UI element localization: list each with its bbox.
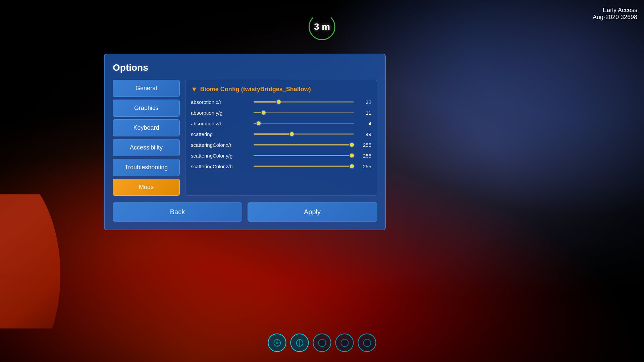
slider-label-absorption_z_b: absorption.z/b bbox=[191, 121, 250, 126]
slider-label-scattering: scattering bbox=[191, 131, 250, 137]
nav-btn-troubleshooting[interactable]: Troubleshooting bbox=[113, 159, 180, 176]
chevron-down-icon[interactable]: ▼ bbox=[191, 85, 198, 93]
slider-row-absorption_z_b: absorption.z/b4 bbox=[191, 120, 371, 127]
early-access-label: Early Access bbox=[593, 7, 637, 14]
slider-value-scattering_color_x_r: 255 bbox=[358, 142, 371, 148]
slider-value-absorption_z_b: 4 bbox=[358, 121, 371, 126]
slider-row-scattering_color_z_b: scatteringColor.z/b255 bbox=[191, 163, 371, 170]
nav-btn-graphics[interactable]: Graphics bbox=[113, 100, 180, 117]
slider-track-absorption_z_b[interactable] bbox=[254, 120, 354, 127]
hud-icon-item2[interactable] bbox=[335, 334, 354, 352]
slider-value-absorption_x_r: 32 bbox=[358, 99, 371, 105]
nav-btn-keyboard[interactable]: Keyboard bbox=[113, 119, 180, 136]
nav-btn-mods[interactable]: Mods bbox=[113, 179, 180, 196]
slider-label-absorption_y_g: absorption.y/g bbox=[191, 110, 250, 116]
slider-label-scattering_color_y_g: scatteringColor.y/g bbox=[191, 153, 250, 159]
hud-icon-scan[interactable] bbox=[290, 334, 309, 352]
slider-row-scattering_color_y_g: scatteringColor.y/g255 bbox=[191, 152, 371, 159]
slider-track-scattering_color_x_r[interactable] bbox=[254, 141, 354, 148]
slider-label-scattering_color_x_r: scatteringColor.x/r bbox=[191, 142, 250, 148]
svg-point-9 bbox=[341, 339, 348, 347]
options-body: GeneralGraphicsKeyboardAccessibilityTrou… bbox=[113, 80, 377, 196]
biome-config-header: ▼ Biome Config (twistyBridges_Shallow) bbox=[191, 85, 371, 93]
back-button[interactable]: Back bbox=[113, 202, 242, 222]
svg-point-1 bbox=[276, 342, 278, 344]
slider-track-scattering_color_y_g[interactable] bbox=[254, 152, 354, 159]
hud-bottom-icons bbox=[268, 334, 376, 352]
slider-track-absorption_y_g[interactable] bbox=[254, 109, 354, 116]
slider-value-scattering: 49 bbox=[358, 131, 371, 137]
svg-point-10 bbox=[363, 339, 371, 347]
slider-track-scattering[interactable] bbox=[254, 131, 354, 137]
slider-label-absorption_x_r: absorption.x/r bbox=[191, 99, 250, 105]
slider-row-absorption_x_r: absorption.x/r32 bbox=[191, 99, 371, 105]
slider-track-absorption_x_r[interactable] bbox=[254, 99, 354, 105]
options-title: Options bbox=[113, 62, 377, 73]
slider-row-scattering: scattering49 bbox=[191, 131, 371, 137]
hud-distance: 3 m bbox=[309, 13, 335, 40]
options-footer: Back Apply bbox=[113, 202, 377, 222]
options-content[interactable]: ▼ Biome Config (twistyBridges_Shallow) a… bbox=[185, 80, 377, 196]
slider-row-absorption_y_g: absorption.y/g11 bbox=[191, 109, 371, 116]
apply-button[interactable]: Apply bbox=[248, 202, 377, 222]
early-access-badge: Early Access Aug-2020 32698 bbox=[593, 7, 637, 21]
hud-icon-tool[interactable] bbox=[268, 334, 286, 352]
slider-label-scattering_color_z_b: scatteringColor.z/b bbox=[191, 164, 250, 169]
options-dialog: Options GeneralGraphicsKeyboardAccessibi… bbox=[104, 54, 386, 230]
nav-btn-general[interactable]: General bbox=[113, 80, 180, 97]
slider-track-scattering_color_z_b[interactable] bbox=[254, 163, 354, 170]
hud-icon-item3[interactable] bbox=[358, 334, 376, 352]
early-access-date: Aug-2020 32698 bbox=[593, 14, 637, 21]
svg-point-8 bbox=[318, 339, 326, 347]
biome-title: Biome Config (twistyBridges_Shallow) bbox=[200, 86, 311, 93]
options-nav: GeneralGraphicsKeyboardAccessibilityTrou… bbox=[113, 80, 180, 196]
sliders-container: absorption.x/r32absorption.y/g11absorpti… bbox=[191, 99, 371, 170]
slider-value-scattering_color_z_b: 255 bbox=[358, 164, 371, 169]
slider-value-absorption_y_g: 11 bbox=[358, 110, 371, 116]
distance-ring: 3 m bbox=[309, 13, 335, 40]
hud-icon-item1[interactable] bbox=[313, 334, 331, 352]
nav-btn-accessibility[interactable]: Accessibility bbox=[113, 139, 180, 156]
slider-value-scattering_color_y_g: 255 bbox=[358, 153, 371, 159]
distance-value: 3 m bbox=[314, 21, 330, 32]
slider-row-scattering_color_x_r: scatteringColor.x/r255 bbox=[191, 141, 371, 148]
